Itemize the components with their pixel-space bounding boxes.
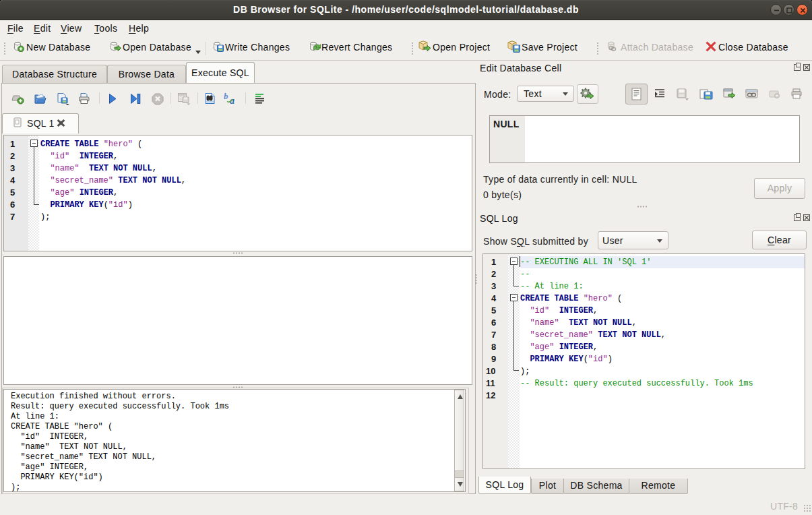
svg-text:b: b bbox=[224, 92, 228, 101]
